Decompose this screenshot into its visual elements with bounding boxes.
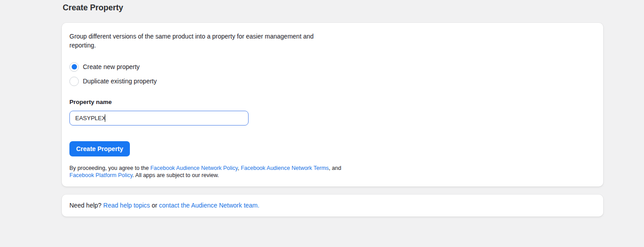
text-caret — [105, 114, 105, 122]
radio-duplicate-existing-property[interactable]: Duplicate existing property — [69, 76, 596, 86]
legal-part1: By proceeding, you agree to the — [69, 165, 150, 171]
card-description: Group different versions of the same pro… — [69, 32, 329, 50]
legal-part2: . All apps are subject to our review. — [133, 172, 219, 178]
platform-policy-link[interactable]: Facebook Platform Policy — [69, 172, 133, 178]
radio-label: Duplicate existing property — [83, 78, 157, 85]
legal-text: By proceeding, you agree to the Facebook… — [69, 165, 596, 179]
help-prefix: Need help? — [69, 202, 103, 209]
property-name-input-wrapper — [69, 111, 249, 126]
audience-network-policy-link[interactable]: Facebook Audience Network Policy — [150, 165, 238, 171]
read-help-topics-link[interactable]: Read help topics — [103, 202, 150, 209]
property-name-input[interactable] — [69, 111, 249, 126]
help-card: Need help? Read help topics or contact t… — [62, 195, 603, 217]
audience-network-terms-link[interactable]: Facebook Audience Network Terms — [241, 165, 329, 171]
legal-sep1: , — [238, 165, 241, 171]
help-middle: or — [150, 202, 159, 209]
create-property-button[interactable]: Create Property — [69, 141, 130, 156]
page-title: Create Property — [63, 3, 603, 13]
property-name-label: Property name — [69, 99, 596, 105]
property-mode-radio-group: Create new property Duplicate existing p… — [69, 62, 596, 86]
create-property-card: Group different versions of the same pro… — [62, 23, 603, 186]
page-content: Create Property Group different versions… — [62, 0, 603, 217]
radio-label: Create new property — [83, 63, 140, 70]
radio-create-new-property[interactable]: Create new property — [69, 62, 596, 72]
radio-unselected-icon — [69, 77, 79, 86]
legal-sep2: , and — [329, 165, 341, 171]
contact-audience-network-team-link[interactable]: contact the Audience Network team. — [159, 202, 259, 209]
radio-selected-icon — [69, 62, 79, 72]
